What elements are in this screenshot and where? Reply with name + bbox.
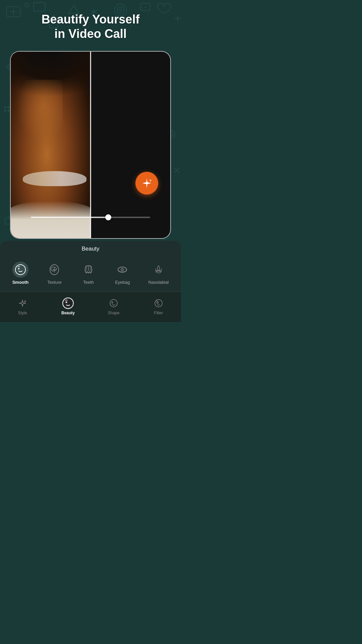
nav-item-beauty[interactable]: Beauty [56, 296, 80, 317]
photo-before [11, 52, 90, 238]
svg-point-53 [157, 302, 158, 304]
eyebag-icon [114, 262, 130, 278]
svg-point-35 [18, 268, 19, 270]
comparison-photo [10, 51, 171, 239]
beauty-item-teeth[interactable]: Teeth [77, 260, 100, 287]
texture-icon [46, 262, 62, 278]
header: Beautify Yourself in Video Call [0, 0, 181, 48]
beauty-options-row: Smooth Texture [0, 256, 181, 292]
svg-line-41 [90, 267, 90, 271]
svg-point-49 [65, 302, 67, 303]
bottom-navigation: Style Beauty [0, 292, 181, 322]
svg-point-24 [8, 110, 9, 111]
smooth-icon [12, 262, 28, 278]
teeth-icon [80, 262, 97, 278]
svg-line-29 [174, 168, 179, 173]
panel-title: Beauty [0, 241, 181, 256]
beauty-nav-icon [62, 297, 74, 309]
page-title: Beautify Yourself in Video Call [7, 12, 174, 41]
svg-point-23 [4, 110, 6, 111]
svg-point-45 [157, 270, 158, 272]
svg-line-28 [174, 168, 179, 173]
slider-thumb[interactable] [105, 214, 111, 220]
svg-point-21 [8, 107, 9, 108]
style-icon [16, 297, 28, 309]
shape-icon [108, 297, 120, 309]
filter-icon [153, 297, 165, 309]
nav-item-style[interactable]: Style [11, 296, 34, 317]
nav-item-filter[interactable]: Filter [147, 296, 170, 317]
beauty-item-smooth[interactable]: Smooth [9, 260, 32, 287]
svg-point-34 [15, 265, 25, 275]
svg-point-51 [112, 302, 113, 303]
shape-nav-label: Shape [108, 311, 120, 315]
texture-label: Texture [47, 280, 62, 285]
slider-fill [31, 217, 108, 218]
svg-point-48 [64, 299, 72, 308]
beauty-item-nasolabial[interactable]: Nasolabial [145, 260, 172, 287]
filter-nav-label: Filter [154, 311, 163, 315]
nasolabial-label: Nasolabial [148, 280, 169, 285]
beauty-item-texture[interactable]: Texture [43, 260, 66, 287]
svg-point-52 [155, 300, 162, 307]
eyebag-label: Eyebag [115, 280, 130, 285]
style-nav-label: Style [18, 311, 27, 315]
split-divider [90, 52, 91, 238]
beauty-nav-label: Beauty [61, 311, 75, 315]
teeth-label: Teeth [83, 280, 94, 285]
svg-point-44 [122, 269, 123, 270]
nav-item-shape[interactable]: Shape [102, 296, 125, 317]
bottom-panel: Beauty Smooth [0, 241, 181, 322]
svg-point-50 [110, 300, 117, 307]
svg-point-20 [4, 107, 6, 108]
svg-line-40 [86, 267, 87, 271]
smooth-label: Smooth [12, 280, 28, 285]
svg-point-46 [159, 270, 161, 272]
nasolabial-icon [150, 262, 167, 278]
photo-after [11, 238, 90, 239]
sparkle-button[interactable] [135, 172, 158, 195]
adjustment-slider[interactable] [31, 217, 150, 218]
beauty-item-eyebag[interactable]: Eyebag [111, 260, 134, 287]
